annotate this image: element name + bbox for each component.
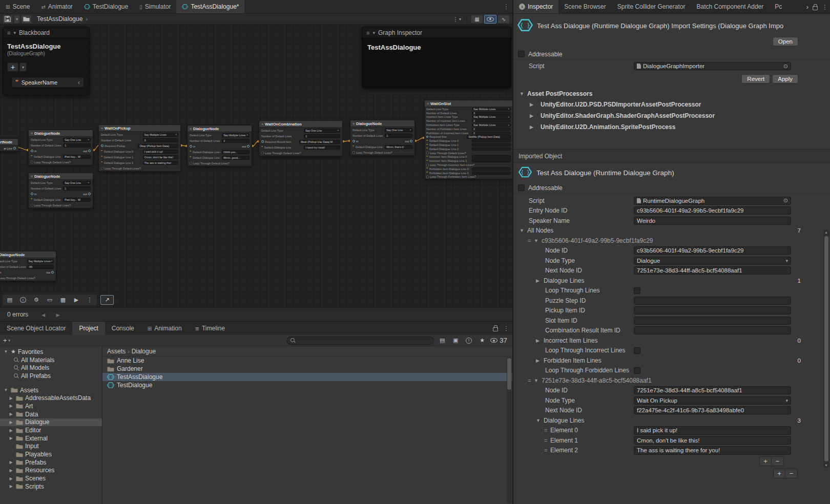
editor-tab-testassdialogue[interactable]: { }TestAssDialogue* — [176, 0, 244, 13]
add-element-button[interactable]: + — [774, 469, 785, 478]
apply-button[interactable]: Apply — [772, 74, 798, 83]
input-port[interactable]: in — [0, 271, 1, 274]
tab-scroll-chevron-icon[interactable]: › — [806, 3, 808, 11]
inspector-scrollbar[interactable]: ▲ ▼ — [823, 229, 829, 468]
node-dropdown[interactable]: Say One Line▾ — [385, 128, 412, 132]
output-port[interactable]: out — [405, 140, 412, 143]
saved-search-icon[interactable]: ▤ — [437, 337, 447, 344]
favorite-item-all-prefabs[interactable]: All Prefabs — [0, 372, 102, 380]
add-element-button[interactable]: + — [760, 457, 772, 466]
dialogue-line-field[interactable]: The ass is waiting ther — [143, 161, 178, 165]
object-picker-icon[interactable]: ⊙ — [783, 63, 788, 70]
dialogue-line-field[interactable] — [472, 159, 511, 162]
dialogue-line-field[interactable]: I said pick it up! — [143, 150, 178, 154]
asset-item-anne-lise[interactable]: Anne Lise — [102, 356, 512, 365]
object-field[interactable]: SlotMe (Pickup Item Data) — [467, 135, 511, 138]
favorites-filter-icon[interactable]: ★ — [477, 337, 487, 344]
visibility-toggle-button[interactable]: 37 — [490, 337, 507, 344]
open-button[interactable]: Open — [773, 37, 798, 46]
node-checkbox[interactable] — [352, 151, 355, 154]
asset-item-gardener[interactable]: Gardener — [102, 365, 512, 373]
node-title-bar[interactable]: ≡DialogueNode — [29, 130, 93, 137]
node-checkbox[interactable] — [31, 161, 33, 163]
graph-inspector-header[interactable]: ≡ ▾ Graph Inspector — [362, 27, 511, 38]
node-checkbox[interactable] — [261, 152, 264, 154]
addressable-checkbox[interactable] — [518, 184, 525, 191]
node-title-bar[interactable]: ≡WaitOnSlot — [425, 100, 512, 107]
graph-canvas[interactable]: ≡rtNodear Line≡DialogueNodeDefault Line … — [0, 25, 512, 307]
node-checkbox[interactable] — [190, 162, 192, 164]
dialogue-line-field[interactable] — [472, 139, 511, 142]
text-field[interactable] — [634, 317, 791, 325]
collapse-arrow-icon[interactable]: ▾ — [13, 30, 16, 35]
tree-folder-dialogue[interactable]: ▶Dialogue — [0, 418, 102, 427]
node-checkbox[interactable] — [31, 204, 33, 206]
foldout-arrow-icon[interactable]: ▶ — [536, 358, 544, 363]
graph-node-dialoguenode[interactable]: ≡DialogueNodeDefault Line TypeSay One Li… — [350, 120, 415, 156]
panel-tab-console[interactable]: Console — [105, 322, 141, 335]
project-search-input[interactable] — [286, 337, 434, 345]
add-property-dropdown-icon[interactable]: ▾ — [19, 62, 27, 72]
dialogue-line-field[interactable] — [472, 143, 511, 146]
dialogue-line-field[interactable] — [472, 167, 511, 171]
output-port[interactable]: ar Line — [4, 147, 16, 150]
graph-node-waitonslot[interactable]: ≡WaitOnSlotDefault Line TypeSay Multiple… — [424, 100, 512, 179]
collapse-chevron-icon[interactable]: ‹ — [78, 79, 80, 86]
revert-button[interactable]: Revert — [741, 74, 770, 83]
expand-icon[interactable]: ↗ — [100, 295, 114, 305]
inspector-tab-pc[interactable]: Pc — [769, 0, 787, 13]
scroll-down-arrow-icon[interactable]: ▼ — [824, 464, 828, 467]
scrollbar-thumb[interactable] — [507, 358, 511, 390]
script-object-field[interactable]: DialogueGraphImporter⊙ — [634, 62, 791, 70]
next-error-button[interactable]: ▶ — [56, 312, 60, 318]
node-value-field[interactable]: -55 — [27, 265, 54, 269]
input-port[interactable]: in — [31, 193, 36, 196]
lock-icon[interactable] — [493, 327, 498, 331]
graph-options-button[interactable]: ⋮▾ — [451, 15, 463, 24]
asset-postprocessors-foldout[interactable]: ▼ Asset PostProcessors — [513, 89, 830, 99]
node-title-bar[interactable]: ≡DialogueNode — [29, 173, 93, 180]
favorite-item-all-models[interactable]: All Models — [0, 364, 102, 372]
output-port[interactable]: out — [242, 145, 250, 148]
graph-breadcrumb[interactable]: TestAssDialogue — [37, 15, 82, 23]
checkbox[interactable] — [634, 287, 640, 294]
tab-bar-menu-icon[interactable]: ⋮ — [503, 3, 509, 10]
save-dropdown-icon[interactable]: ▾ — [14, 15, 20, 24]
foldout-arrow-icon[interactable]: ▶ — [536, 278, 544, 283]
graph-node-dialoguenode[interactable]: ≡DialogueNodeDefault Line TypeSay Multip… — [0, 251, 56, 281]
postprocessor-unityeditor-u2d-animation-spritepostprocess[interactable]: ▶UnityEditor.U2D.Animation.SpritePostPro… — [513, 121, 830, 133]
dialogue-line-field[interactable] — [472, 172, 511, 175]
collapse-arrow-icon[interactable]: ▾ — [372, 30, 375, 35]
scroll-up-arrow-icon[interactable]: ▲ — [824, 230, 828, 234]
text-field[interactable]: f22a475e-4c2f-41c6-9b73-6a83498abfe0 — [634, 406, 791, 414]
text-field[interactable]: 7251e73e-38d3-44ff-a8c5-bcf54088aaf1 — [634, 266, 791, 275]
drag-handle-icon[interactable]: = — [528, 238, 534, 244]
layout-icon[interactable]: ▦ — [56, 295, 70, 305]
node-dropdown[interactable]: Say Multiple Lines▾ — [143, 133, 178, 137]
scrollbar-thumb[interactable] — [824, 236, 828, 461]
object-picker-icon[interactable]: ⊙ — [783, 197, 788, 204]
foldout-arrow-icon[interactable]: ▼ — [536, 418, 544, 423]
node-dropdown[interactable]: Say One Line▾ — [304, 129, 340, 133]
graph-node-dialoguenode[interactable]: ≡DialogueNodeDefault Line TypeSay Multip… — [187, 125, 252, 166]
favorites-section[interactable]: ▼★Favorites — [0, 348, 102, 356]
window-icon[interactable]: ▭ — [43, 295, 56, 305]
object-field[interactable]: Meat (Pickup Use Data) M — [299, 140, 340, 144]
text-field[interactable]: The ass is waiting there for you! — [634, 446, 791, 455]
drag-handle-icon[interactable]: = — [528, 377, 534, 384]
postprocessor-unityeditor-u2d-psd-psdimporterassetpostprocessor[interactable]: ▶UnityEditor.U2D.PSD.PSDImporterAssetPos… — [513, 99, 830, 110]
dialogue-line-field[interactable] — [472, 155, 511, 158]
tree-folder-input[interactable]: Input — [0, 443, 102, 451]
tree-folder-external[interactable]: ▶External — [0, 434, 102, 443]
checkbox[interactable] — [634, 347, 640, 354]
node-title-bar[interactable]: ≡DialogueNode — [188, 125, 252, 132]
tree-folder-data[interactable]: ▶Data — [0, 410, 102, 418]
object-field[interactable]: RuntimeDialogueGraph⊙ — [634, 197, 791, 205]
output-port[interactable]: out — [83, 193, 91, 196]
dialogue-line-field[interactable]: Psst boy... W — [63, 198, 91, 202]
output-port[interactable]: out — [83, 150, 91, 153]
lock-icon[interactable] — [813, 6, 818, 10]
dropdown-field[interactable]: Dialogue▾ — [634, 257, 791, 265]
asset-item-testassdialogue[interactable]: { }TestAssDialogue — [102, 373, 512, 381]
inspector-tab-sprite-collider-generator[interactable]: Sprite Collider Generator — [612, 0, 691, 13]
